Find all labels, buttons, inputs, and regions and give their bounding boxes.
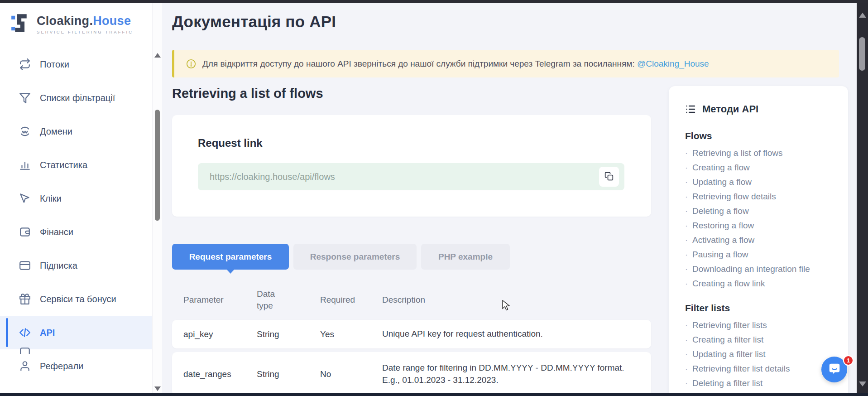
table-row: date_ranges String No Date range for fil… xyxy=(172,352,651,396)
filter-icon xyxy=(19,92,31,104)
bullet: · xyxy=(685,178,688,186)
request-url: https://cloaking.house/api/flows xyxy=(210,163,335,190)
scrollbar-thumb[interactable] xyxy=(859,37,865,71)
bar-chart-icon xyxy=(19,159,31,171)
tab-response-parameters[interactable]: Response parameters xyxy=(293,244,417,270)
sidebar-item-services-bonuses[interactable]: Сервіси та бонуси xyxy=(0,282,152,316)
method-link[interactable]: ·Downloading an integration file xyxy=(685,262,832,276)
method-link[interactable]: ·Retrieving a list of flows xyxy=(685,146,832,160)
code-icon xyxy=(19,327,31,338)
table-header: Parameter Data type Required Description xyxy=(172,282,651,318)
sidebar-item-referrals[interactable]: Реферали xyxy=(0,349,152,383)
warning-icon xyxy=(186,59,196,69)
sidebar-item-subscription[interactable]: Підписка xyxy=(0,249,152,282)
tab-request-parameters[interactable]: Request parameters xyxy=(172,244,289,270)
column-header-data-type: Data type xyxy=(257,288,285,311)
globe-icon xyxy=(19,126,31,137)
telegram-link[interactable]: @Cloaking_House xyxy=(637,59,709,68)
column-header-parameter: Parameter xyxy=(183,295,257,305)
cursor-icon xyxy=(19,193,31,204)
sidebar-item-label: API xyxy=(40,328,55,338)
sidebar-item-flows[interactable]: Потоки xyxy=(0,48,152,81)
parameter-tabs: Request parameters Response parameters P… xyxy=(172,244,510,270)
bullet: · xyxy=(685,164,688,172)
sync-icon xyxy=(19,58,31,70)
method-link[interactable]: ·Retrieving filter lists xyxy=(685,318,832,333)
sidebar-item-clicks[interactable]: Кліки xyxy=(0,182,152,215)
method-link[interactable]: ·Retrieving filter list details xyxy=(685,362,832,376)
methods-section-filter-lists: Filter lists xyxy=(685,303,832,314)
scrollbar-thumb[interactable] xyxy=(155,110,160,221)
bullet: · xyxy=(685,149,688,157)
brand-tagline: SERVICE FILTERING TRAFFIC xyxy=(37,29,133,34)
section-heading: Retrieving a list of flows xyxy=(172,86,323,101)
method-link[interactable]: ·Creating a flow xyxy=(685,160,832,175)
method-link[interactable]: ·Retrieving flow details xyxy=(685,189,832,204)
sidebar-item-label: Підписка xyxy=(40,261,77,271)
scroll-up-arrow[interactable] xyxy=(154,53,161,58)
sidebar-item-statistics[interactable]: Статистика xyxy=(0,148,152,182)
bullet: · xyxy=(685,336,688,344)
alert-text: Для відкриття доступу до нашого API звер… xyxy=(202,59,709,69)
method-link[interactable]: ·Updating a flow xyxy=(685,175,832,189)
scroll-up-arrow[interactable] xyxy=(859,13,866,18)
bullet: · xyxy=(685,251,688,259)
bullet: · xyxy=(685,193,688,201)
brand-logo-icon xyxy=(11,13,31,35)
bullet: · xyxy=(685,321,688,329)
bullet: · xyxy=(685,350,688,358)
bullet: · xyxy=(685,379,688,387)
window-bottom-edge xyxy=(0,393,868,396)
copy-button[interactable] xyxy=(599,167,619,187)
sidebar-item-label: Списки фільтрації xyxy=(40,93,115,103)
request-link-title: Request link xyxy=(198,137,263,150)
list-icon xyxy=(685,104,696,115)
sidebar-item-label: Потоки xyxy=(40,59,69,70)
cell-description: Unique API key for request authenticatio… xyxy=(382,328,640,340)
gift-icon xyxy=(19,293,31,305)
column-header-description: Description xyxy=(382,295,640,305)
cell-parameter: api_key xyxy=(183,329,257,339)
cell-parameter: date_ranges xyxy=(183,369,257,379)
window-scrollbar[interactable] xyxy=(857,0,868,396)
sidebar-item-label: Кліки xyxy=(40,193,62,204)
method-link[interactable]: ·Deleting a filter list xyxy=(685,376,832,391)
tab-php-example[interactable]: PHP example xyxy=(421,244,510,270)
sidebar-item-label: Домени xyxy=(40,126,72,137)
method-link[interactable]: ·Pausing a flow xyxy=(685,247,832,262)
sidebar: Cloaking.House SERVICE FILTERING TRAFFIC… xyxy=(0,3,152,393)
method-link[interactable]: ·Restoring a flow xyxy=(685,218,832,233)
sidebar-item-filter-lists[interactable]: Списки фільтрації xyxy=(0,81,152,115)
method-link[interactable]: ·Creating a flow link xyxy=(685,276,832,291)
column-header-required: Required xyxy=(320,295,382,305)
content-scrollbar[interactable] xyxy=(152,3,162,393)
bullet: · xyxy=(685,280,688,288)
cell-description: Date range for filtering in DD.MM.YYYY -… xyxy=(382,362,640,386)
bullet: · xyxy=(685,365,688,373)
brand-name: Cloaking.House xyxy=(37,14,133,28)
method-link[interactable]: ·Creating a filter list xyxy=(685,333,832,347)
methods-panel-title: Методи API xyxy=(702,103,758,115)
scroll-down-arrow[interactable] xyxy=(154,386,161,391)
api-methods-panel: Методи API Flows ·Retrieving a list of f… xyxy=(669,86,848,396)
scroll-down-arrow[interactable] xyxy=(859,382,866,386)
page-title: Документація по API xyxy=(172,13,336,31)
wallet-icon xyxy=(19,226,31,238)
window-top-edge xyxy=(0,0,868,3)
sidebar-item-label: Сервіси та бонуси xyxy=(40,294,116,304)
sidebar-item-finance[interactable]: Фінанси xyxy=(0,215,152,249)
method-link[interactable]: ·Updating a filter list xyxy=(685,347,832,362)
method-link[interactable]: ·Deleting a flow xyxy=(685,204,832,218)
bullet: · xyxy=(685,207,688,215)
methods-section-flows: Flows xyxy=(685,130,832,141)
sidebar-item-domains[interactable]: Домени xyxy=(0,115,152,148)
sidebar-item-api[interactable]: API xyxy=(0,316,152,349)
credit-card-icon xyxy=(19,260,31,271)
method-link[interactable]: ·Activating a flow xyxy=(685,233,832,247)
brand-logo[interactable]: Cloaking.House SERVICE FILTERING TRAFFIC xyxy=(11,13,133,35)
bullet: · xyxy=(685,222,688,230)
chat-notification-badge: 1 xyxy=(843,355,854,366)
cell-required: Yes xyxy=(320,329,382,339)
request-link-card: Request link https://cloaking.house/api/… xyxy=(172,115,651,217)
cell-data-type: String xyxy=(257,369,320,379)
